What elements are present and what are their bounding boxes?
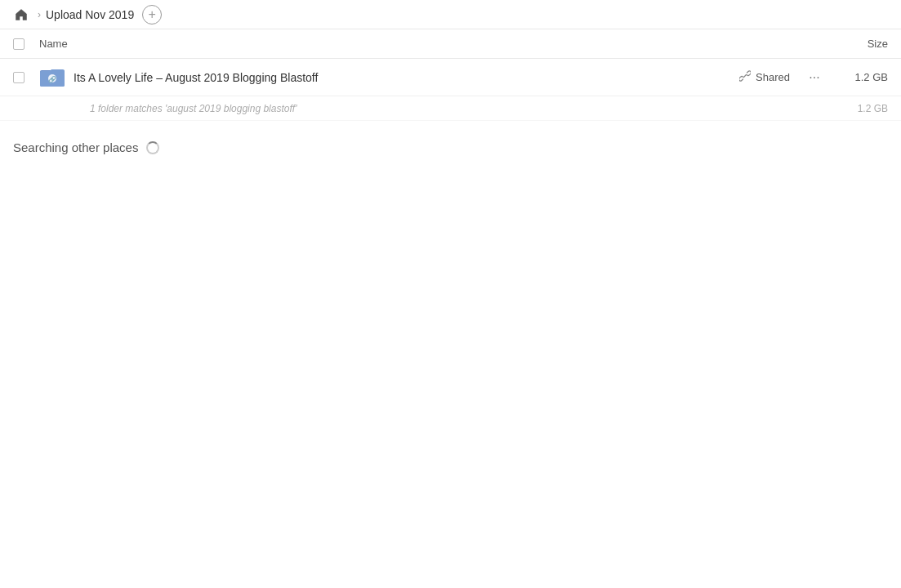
- add-button[interactable]: +: [142, 5, 162, 24]
- loading-spinner: [146, 141, 159, 154]
- breadcrumb-arrow: ›: [38, 9, 41, 20]
- size-column-header: Size: [823, 38, 888, 50]
- breadcrumb-title: Upload Nov 2019: [46, 8, 134, 21]
- file-icon: 🔗: [39, 65, 65, 91]
- link-icon: [739, 70, 751, 84]
- searching-section: Searching other places: [0, 121, 901, 174]
- match-text: 1 folder matches 'august 2019 blogging b…: [90, 103, 839, 114]
- match-info-row: 1 folder matches 'august 2019 blogging b…: [0, 96, 901, 121]
- shared-area: Shared: [739, 70, 790, 84]
- file-row[interactable]: 🔗 Its A Lovely Life – August 2019 Bloggi…: [0, 59, 901, 96]
- home-button[interactable]: [10, 3, 33, 26]
- searching-label: Searching other places: [13, 140, 138, 154]
- select-all-checkbox[interactable]: [13, 38, 25, 50]
- row-checkbox-area[interactable]: [13, 72, 29, 83]
- match-size: 1.2 GB: [839, 103, 888, 114]
- breadcrumb: › Upload Nov 2019 +: [0, 0, 901, 29]
- header-checkbox-area[interactable]: [13, 38, 29, 50]
- row-checkbox[interactable]: [13, 72, 25, 83]
- column-headers: Name Size: [0, 29, 901, 59]
- more-options-button[interactable]: ···: [803, 66, 826, 89]
- name-column-header: Name: [39, 38, 823, 50]
- file-size: 1.2 GB: [839, 71, 888, 83]
- file-name: Its A Lovely Life – August 2019 Blogging…: [74, 71, 739, 84]
- svg-text:🔗: 🔗: [48, 74, 56, 82]
- shared-label: Shared: [756, 71, 790, 83]
- folder-link-icon: 🔗: [40, 67, 65, 88]
